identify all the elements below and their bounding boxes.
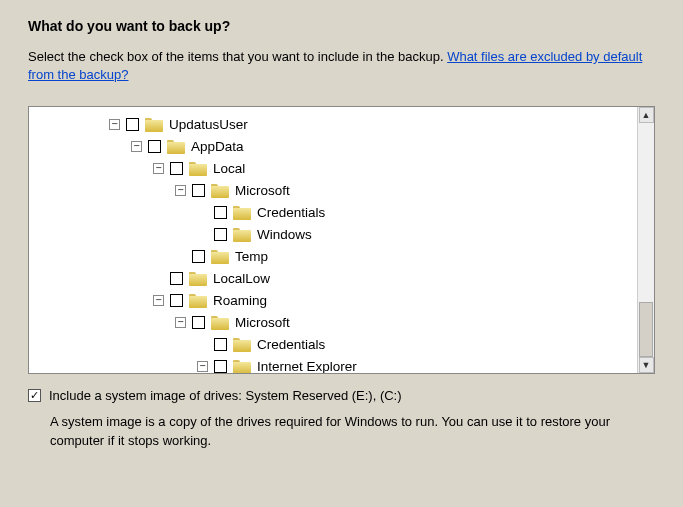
collapse-toggle[interactable]: − (131, 141, 142, 152)
tree-label: Credentials (257, 205, 325, 220)
tree-checkbox[interactable] (214, 228, 227, 241)
tree-label: AppData (191, 139, 244, 154)
tree-row[interactable]: −UpdatusUser (29, 113, 654, 135)
expander-placeholder (175, 251, 186, 262)
tree-row[interactable]: −Roaming (29, 289, 654, 311)
tree-label: LocalLow (213, 271, 270, 286)
folder-icon (145, 117, 163, 132)
collapse-toggle[interactable]: − (109, 119, 120, 130)
expander-placeholder (197, 229, 208, 240)
tree-label: Microsoft (235, 183, 290, 198)
tree-label: UpdatusUser (169, 117, 248, 132)
expander-placeholder (197, 207, 208, 218)
folder-icon (233, 337, 251, 352)
tree-label: Roaming (213, 293, 267, 308)
tree-panel: −UpdatusUser−AppData−Local−MicrosoftCred… (28, 106, 655, 374)
tree-checkbox[interactable] (126, 118, 139, 131)
scrollbar[interactable]: ▲ ▼ (637, 107, 654, 373)
tree-checkbox[interactable] (192, 250, 205, 263)
expander-placeholder (197, 339, 208, 350)
tree-label: Microsoft (235, 315, 290, 330)
folder-icon (233, 359, 251, 374)
tree-row[interactable]: −Microsoft (29, 179, 654, 201)
expander-placeholder (153, 273, 164, 284)
folder-icon (211, 249, 229, 264)
tree-checkbox[interactable] (170, 294, 183, 307)
tree-label: Internet Explorer (257, 359, 357, 374)
collapse-toggle[interactable]: − (197, 361, 208, 372)
tree-checkbox[interactable] (148, 140, 161, 153)
folder-icon (233, 227, 251, 242)
collapse-toggle[interactable]: − (153, 163, 164, 174)
tree-label: Temp (235, 249, 268, 264)
system-image-checkbox[interactable]: ✓ (28, 389, 41, 402)
collapse-toggle[interactable]: − (175, 317, 186, 328)
folder-icon (211, 315, 229, 330)
folder-icon (189, 293, 207, 308)
tree-label: Local (213, 161, 245, 176)
tree-row[interactable]: Windows (29, 223, 654, 245)
tree-checkbox[interactable] (192, 316, 205, 329)
tree-row[interactable]: −AppData (29, 135, 654, 157)
instruction-prefix: Select the check box of the items that y… (28, 49, 447, 64)
tree-checkbox[interactable] (214, 338, 227, 351)
collapse-toggle[interactable]: − (175, 185, 186, 196)
folder-icon (233, 205, 251, 220)
tree-checkbox[interactable] (214, 360, 227, 373)
tree-checkbox[interactable] (170, 162, 183, 175)
tree-label: Windows (257, 227, 312, 242)
tree-row[interactable]: Credentials (29, 333, 654, 355)
scroll-thumb[interactable] (639, 302, 653, 357)
folder-icon (167, 139, 185, 154)
tree-row[interactable]: −Microsoft (29, 311, 654, 333)
tree-checkbox[interactable] (170, 272, 183, 285)
tree-row[interactable]: −Internet Explorer (29, 355, 654, 374)
tree-label: Credentials (257, 337, 325, 352)
tree-row[interactable]: −Local (29, 157, 654, 179)
tree-root: −UpdatusUser−AppData−Local−MicrosoftCred… (29, 107, 654, 374)
folder-icon (189, 271, 207, 286)
page-title: What do you want to back up? (28, 18, 655, 34)
scroll-up-button[interactable]: ▲ (639, 107, 654, 123)
folder-icon (211, 183, 229, 198)
tree-checkbox[interactable] (192, 184, 205, 197)
folder-icon (189, 161, 207, 176)
system-image-label: Include a system image of drives: System… (49, 388, 402, 403)
tree-row[interactable]: Temp (29, 245, 654, 267)
instruction-text: Select the check box of the items that y… (28, 48, 655, 84)
tree-row[interactable]: LocalLow (29, 267, 654, 289)
tree-checkbox[interactable] (214, 206, 227, 219)
scroll-track[interactable] (638, 123, 654, 357)
scroll-down-button[interactable]: ▼ (639, 357, 654, 373)
tree-row[interactable]: Credentials (29, 201, 654, 223)
collapse-toggle[interactable]: − (153, 295, 164, 306)
system-image-description: A system image is a copy of the drives r… (50, 413, 655, 449)
